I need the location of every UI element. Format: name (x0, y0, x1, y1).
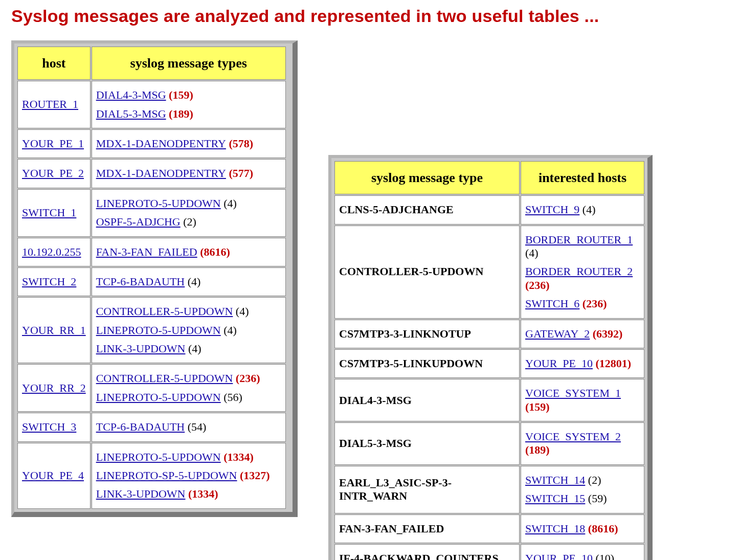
count-value: (4) (579, 203, 595, 216)
syslog-type-link[interactable]: FAN-3-FAN_FAILED (96, 245, 197, 258)
syslog-type-cell: CS7MTP3-3-LINKNOTUP (334, 320, 520, 348)
count-value: (2) (585, 474, 601, 486)
count-value: (4) (185, 275, 200, 288)
syslog-type-link[interactable]: LINEPROTO-5-UPDOWN (96, 324, 221, 337)
table-row: EARL_L3_ASIC-SP-3-INTR_WARNSWITCH_14 (2)… (334, 466, 644, 513)
table-row: YOUR_RR_2CONTROLLER-5-UPDOWN (236)LINEPR… (17, 364, 286, 412)
table-row: DIAL5-3-MSGVOICE_SYSTEM_2 (189) (334, 422, 644, 465)
syslog-type-link[interactable]: LINEPROTO-SP-5-UPDOWN (96, 469, 237, 482)
count-value: (4) (221, 197, 237, 210)
count-value: (4) (185, 342, 201, 355)
count-value: (6392) (590, 327, 622, 340)
host-link[interactable]: SWITCH_1 (22, 206, 76, 219)
count-value: (4) (221, 324, 237, 337)
host-link[interactable]: YOUR_PE_10 (525, 357, 593, 370)
syslog-type-link[interactable]: CONTROLLER-5-UPDOWN (96, 372, 233, 385)
table-row: CS7MTP3-3-LINKNOTUPGATEWAY_2 (6392) (334, 320, 644, 348)
table-row: SWITCH_2TCP-6-BADAUTH (4) (17, 267, 286, 296)
host-link[interactable]: YOUR_PE_4 (22, 469, 84, 482)
count-value: (4) (525, 247, 539, 259)
syslog-type-link[interactable]: DIAL5-3-MSG (96, 107, 166, 120)
syslog-type-cell: DIAL5-3-MSG (334, 422, 520, 465)
syslog-type-link[interactable]: OSPF-5-ADJCHG (96, 215, 181, 228)
count-value: (12801) (593, 357, 631, 370)
host-link[interactable]: SWITCH_9 (525, 203, 579, 216)
syslog-type-cell: FAN-3-FAN_FAILED (334, 514, 520, 543)
syslog-type-link[interactable]: MDX-1-DAENODPENTRY (96, 167, 226, 180)
syslog-type-link[interactable]: LINEPROTO-5-UPDOWN (96, 391, 221, 404)
count-value: (1334) (185, 487, 218, 500)
count-value: (159) (166, 88, 193, 101)
host-link[interactable]: BORDER_ROUTER_1 (525, 233, 633, 246)
count-value: (236) (525, 279, 550, 292)
count-value: (236) (233, 372, 260, 385)
syslog-type-link[interactable]: TCP-6-BADAUTH (96, 420, 185, 433)
syslog-type-link[interactable]: DIAL4-3-MSG (96, 88, 166, 101)
host-link[interactable]: GATEWAY_2 (525, 327, 590, 340)
message-type-table-header-type: syslog message type (334, 161, 520, 194)
count-value: (8616) (585, 522, 618, 535)
count-value: (10) (593, 552, 614, 560)
host-link[interactable]: YOUR_RR_2 (22, 382, 86, 394)
syslog-type-link[interactable]: LINEPROTO-5-UPDOWN (96, 197, 221, 210)
host-link[interactable]: SWITCH_6 (525, 297, 579, 310)
host-link[interactable]: SWITCH_2 (22, 275, 76, 288)
table-row: SWITCH_1LINEPROTO-5-UPDOWN (4)OSPF-5-ADJ… (17, 189, 286, 237)
table-row: FAN-3-FAN_FAILEDSWITCH_18 (8616) (334, 514, 644, 543)
table-row: ROUTER_1DIAL4-3-MSG (159)DIAL5-3-MSG (18… (17, 81, 286, 128)
table-row: 10.192.0.255FAN-3-FAN_FAILED (8616) (17, 238, 286, 266)
message-type-table-header-hosts: interested hosts (521, 161, 644, 194)
host-link[interactable]: YOUR_PE_2 (22, 167, 84, 180)
table-row: YOUR_PE_2MDX-1-DAENODPENTRY (577) (17, 159, 286, 188)
count-value: (2) (181, 215, 196, 228)
table-row: DIAL4-3-MSGVOICE_SYSTEM_1 (159) (334, 379, 644, 421)
host-link[interactable]: VOICE_SYSTEM_2 (525, 430, 621, 443)
host-link[interactable]: SWITCH_14 (525, 474, 585, 486)
count-value: (577) (226, 167, 253, 180)
count-value: (189) (166, 107, 193, 120)
syslog-type-link[interactable]: LINK-3-UPDOWN (96, 487, 186, 500)
syslog-type-cell: CLNS-5-ADJCHANGE (334, 195, 520, 224)
page-title: Syslog messages are analyzed and represe… (11, 6, 729, 26)
syslog-type-cell: IF-4-BACKWARD_COUNTERS (334, 544, 520, 560)
host-table-header-types: syslog message types (92, 47, 286, 80)
table-row: YOUR_PE_4LINEPROTO-5-UPDOWN (1334)LINEPR… (17, 443, 286, 509)
host-link[interactable]: SWITCH_15 (525, 492, 585, 505)
host-link[interactable]: YOUR_PE_1 (22, 137, 84, 150)
count-value: (59) (585, 492, 607, 505)
message-type-table: syslog message type interested hosts CLN… (333, 160, 645, 560)
syslog-type-link[interactable]: LINEPROTO-5-UPDOWN (96, 451, 221, 463)
count-value: (8616) (197, 245, 230, 258)
host-link[interactable]: YOUR_PE_10 (525, 552, 593, 560)
table-row: SWITCH_3TCP-6-BADAUTH (54) (17, 413, 286, 441)
syslog-type-link[interactable]: CONTROLLER-5-UPDOWN (96, 305, 233, 318)
host-link[interactable]: SWITCH_18 (525, 522, 585, 535)
count-value: (159) (525, 400, 550, 413)
host-link[interactable]: 10.192.0.255 (22, 245, 81, 258)
syslog-type-cell: CONTROLLER-5-UPDOWN (334, 226, 520, 319)
message-type-table-panel: syslog message type interested hosts CLN… (328, 155, 653, 560)
count-value: (189) (525, 443, 550, 456)
count-value: (236) (579, 297, 607, 310)
table-row: YOUR_PE_1MDX-1-DAENODPENTRY (578) (17, 129, 286, 158)
syslog-type-link[interactable]: LINK-3-UPDOWN (96, 342, 186, 355)
syslog-type-cell: EARL_L3_ASIC-SP-3-INTR_WARN (334, 466, 520, 513)
syslog-type-cell: DIAL4-3-MSG (334, 379, 520, 421)
table-row: IF-4-BACKWARD_COUNTERSYOUR_PE_10 (10) (334, 544, 644, 560)
host-link[interactable]: VOICE_SYSTEM_1 (525, 387, 621, 399)
table-row: YOUR_RR_1CONTROLLER-5-UPDOWN (4)LINEPROT… (17, 297, 286, 363)
count-value: (54) (185, 420, 206, 433)
host-link[interactable]: SWITCH_3 (22, 420, 76, 433)
count-value: (1327) (237, 469, 270, 482)
table-row: CONTROLLER-5-UPDOWNBORDER_ROUTER_1 (4)BO… (334, 226, 644, 319)
host-table-header-host: host (17, 47, 91, 80)
syslog-type-cell: CS7MTP3-5-LINKUPDOWN (334, 349, 520, 378)
syslog-type-link[interactable]: TCP-6-BADAUTH (96, 275, 185, 288)
table-row: CS7MTP3-5-LINKUPDOWNYOUR_PE_10 (12801) (334, 349, 644, 378)
syslog-type-link[interactable]: MDX-1-DAENODPENTRY (96, 137, 226, 150)
count-value: (56) (221, 391, 242, 404)
host-table-panel: host syslog message types ROUTER_1DIAL4-… (11, 40, 298, 517)
host-link[interactable]: YOUR_RR_1 (22, 324, 86, 337)
host-link[interactable]: ROUTER_1 (22, 98, 78, 110)
host-link[interactable]: BORDER_ROUTER_2 (525, 265, 633, 278)
